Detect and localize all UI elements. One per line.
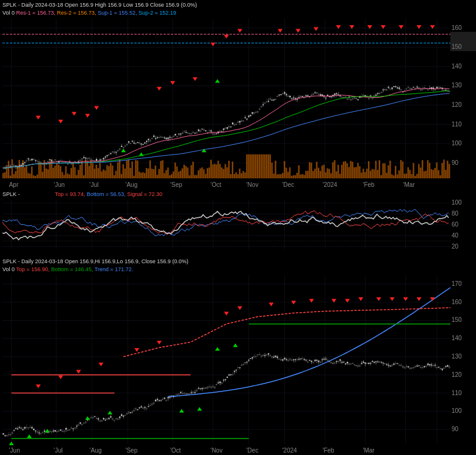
panel-1-main: SPLK - Daily 2024-03-18 Open 156.9 High … <box>0 0 476 189</box>
panel-2-oscillator: SPLK - Line = 75.12, Top = 93.74, Bottom… <box>0 189 476 257</box>
panel-3-lower: SPLK - Daily 2024-03-18 Open 156.9,Hi 15… <box>0 257 476 455</box>
chart-container: SPLK - Daily 2024-03-18 Open 156.9 High … <box>0 0 476 455</box>
